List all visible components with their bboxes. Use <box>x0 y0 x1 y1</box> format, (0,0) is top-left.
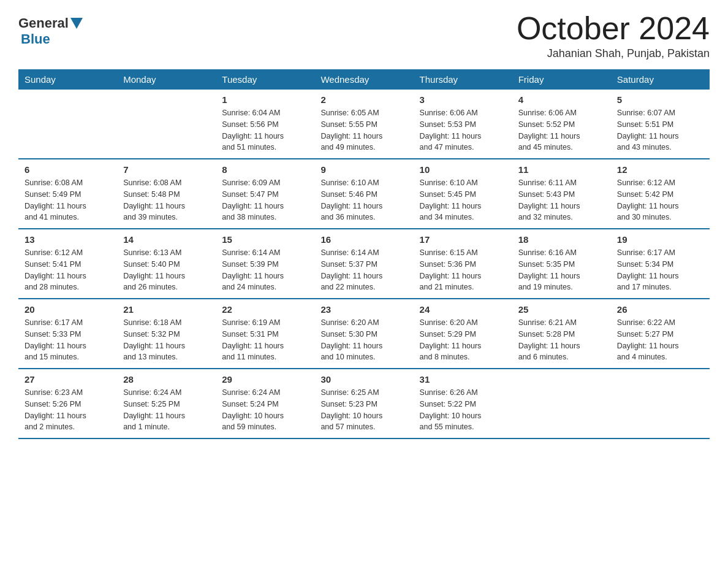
day-number: 22 <box>222 304 308 315</box>
day-info: Sunrise: 6:04 AMSunset: 5:56 PMDaylight:… <box>222 107 308 153</box>
day-number: 13 <box>25 234 111 245</box>
day-cell: 4Sunrise: 6:06 AMSunset: 5:52 PMDaylight… <box>512 90 611 159</box>
day-cell: 29Sunrise: 6:24 AMSunset: 5:24 PMDayligh… <box>216 369 314 439</box>
day-cell: 18Sunrise: 6:16 AMSunset: 5:35 PMDayligh… <box>512 229 611 299</box>
day-info: Sunrise: 6:26 AMSunset: 5:22 PMDaylight:… <box>420 387 506 433</box>
day-info: Sunrise: 6:24 AMSunset: 5:25 PMDaylight:… <box>123 387 210 433</box>
day-cell: 31Sunrise: 6:26 AMSunset: 5:22 PMDayligh… <box>414 369 512 439</box>
day-number: 31 <box>420 374 506 385</box>
day-info: Sunrise: 6:12 AMSunset: 5:42 PMDaylight:… <box>617 177 703 223</box>
day-cell: 9Sunrise: 6:10 AMSunset: 5:46 PMDaylight… <box>314 159 413 229</box>
day-cell <box>117 90 216 159</box>
day-number: 5 <box>617 94 703 105</box>
day-number: 17 <box>420 234 506 245</box>
day-info: Sunrise: 6:17 AMSunset: 5:33 PMDaylight:… <box>25 317 111 363</box>
day-info: Sunrise: 6:08 AMSunset: 5:48 PMDaylight:… <box>123 177 210 223</box>
week-row-1: 1Sunrise: 6:04 AMSunset: 5:56 PMDaylight… <box>18 90 710 159</box>
day-info: Sunrise: 6:10 AMSunset: 5:46 PMDaylight:… <box>320 177 407 223</box>
day-number: 28 <box>123 374 210 385</box>
calendar-header: SundayMondayTuesdayWednesdayThursdayFrid… <box>18 69 710 90</box>
day-number: 11 <box>518 164 605 175</box>
week-row-2: 6Sunrise: 6:08 AMSunset: 5:49 PMDaylight… <box>18 159 710 229</box>
day-number: 15 <box>222 234 308 245</box>
day-info: Sunrise: 6:24 AMSunset: 5:24 PMDaylight:… <box>222 387 308 433</box>
day-cell: 8Sunrise: 6:09 AMSunset: 5:47 PMDaylight… <box>216 159 314 229</box>
week-row-5: 27Sunrise: 6:23 AMSunset: 5:26 PMDayligh… <box>18 369 710 439</box>
week-row-4: 20Sunrise: 6:17 AMSunset: 5:33 PMDayligh… <box>18 299 710 369</box>
day-number: 24 <box>420 304 506 315</box>
day-number: 14 <box>123 234 210 245</box>
day-number: 1 <box>222 94 308 105</box>
weekday-header-thursday: Thursday <box>414 69 512 90</box>
day-info: Sunrise: 6:11 AMSunset: 5:43 PMDaylight:… <box>518 177 605 223</box>
day-info: Sunrise: 6:20 AMSunset: 5:29 PMDaylight:… <box>420 317 506 363</box>
logo: General Blue <box>18 12 83 47</box>
weekday-header-sunday: Sunday <box>18 69 117 90</box>
day-number: 2 <box>320 94 407 105</box>
day-number: 26 <box>617 304 703 315</box>
day-cell: 28Sunrise: 6:24 AMSunset: 5:25 PMDayligh… <box>117 369 216 439</box>
day-cell: 5Sunrise: 6:07 AMSunset: 5:51 PMDaylight… <box>611 90 710 159</box>
weekday-header-tuesday: Tuesday <box>216 69 314 90</box>
day-number: 29 <box>222 374 308 385</box>
day-cell: 25Sunrise: 6:21 AMSunset: 5:28 PMDayligh… <box>512 299 611 369</box>
day-cell <box>611 369 710 439</box>
day-cell: 3Sunrise: 6:06 AMSunset: 5:53 PMDaylight… <box>414 90 512 159</box>
day-info: Sunrise: 6:20 AMSunset: 5:30 PMDaylight:… <box>320 317 407 363</box>
day-cell: 19Sunrise: 6:17 AMSunset: 5:34 PMDayligh… <box>611 229 710 299</box>
day-cell: 23Sunrise: 6:20 AMSunset: 5:30 PMDayligh… <box>314 299 413 369</box>
weekday-header-wednesday: Wednesday <box>314 69 413 90</box>
day-cell: 20Sunrise: 6:17 AMSunset: 5:33 PMDayligh… <box>18 299 117 369</box>
day-info: Sunrise: 6:07 AMSunset: 5:51 PMDaylight:… <box>617 107 703 153</box>
weekday-header-friday: Friday <box>512 69 611 90</box>
day-cell: 7Sunrise: 6:08 AMSunset: 5:48 PMDaylight… <box>117 159 216 229</box>
day-cell: 15Sunrise: 6:14 AMSunset: 5:39 PMDayligh… <box>216 229 314 299</box>
day-info: Sunrise: 6:23 AMSunset: 5:26 PMDaylight:… <box>25 387 111 433</box>
day-info: Sunrise: 6:16 AMSunset: 5:35 PMDaylight:… <box>518 247 605 293</box>
day-cell: 2Sunrise: 6:05 AMSunset: 5:55 PMDaylight… <box>314 90 413 159</box>
day-info: Sunrise: 6:13 AMSunset: 5:40 PMDaylight:… <box>123 247 210 293</box>
day-info: Sunrise: 6:18 AMSunset: 5:32 PMDaylight:… <box>123 317 210 363</box>
day-info: Sunrise: 6:19 AMSunset: 5:31 PMDaylight:… <box>222 317 308 363</box>
day-info: Sunrise: 6:17 AMSunset: 5:34 PMDaylight:… <box>617 247 703 293</box>
week-row-3: 13Sunrise: 6:12 AMSunset: 5:41 PMDayligh… <box>18 229 710 299</box>
day-cell <box>18 90 117 159</box>
calendar-table: SundayMondayTuesdayWednesdayThursdayFrid… <box>18 69 710 439</box>
day-number: 21 <box>123 304 210 315</box>
day-info: Sunrise: 6:08 AMSunset: 5:49 PMDaylight:… <box>25 177 111 223</box>
day-number: 4 <box>518 94 605 105</box>
day-info: Sunrise: 6:05 AMSunset: 5:55 PMDaylight:… <box>320 107 407 153</box>
day-number: 20 <box>25 304 111 315</box>
day-number: 25 <box>518 304 605 315</box>
day-cell: 1Sunrise: 6:04 AMSunset: 5:56 PMDaylight… <box>216 90 314 159</box>
day-info: Sunrise: 6:12 AMSunset: 5:41 PMDaylight:… <box>25 247 111 293</box>
day-cell: 11Sunrise: 6:11 AMSunset: 5:43 PMDayligh… <box>512 159 611 229</box>
day-cell: 26Sunrise: 6:22 AMSunset: 5:27 PMDayligh… <box>611 299 710 369</box>
day-cell: 21Sunrise: 6:18 AMSunset: 5:32 PMDayligh… <box>117 299 216 369</box>
day-number: 30 <box>320 374 407 385</box>
day-cell: 27Sunrise: 6:23 AMSunset: 5:26 PMDayligh… <box>18 369 117 439</box>
day-number: 10 <box>420 164 506 175</box>
calendar-body: 1Sunrise: 6:04 AMSunset: 5:56 PMDaylight… <box>18 90 710 439</box>
day-info: Sunrise: 6:21 AMSunset: 5:28 PMDaylight:… <box>518 317 605 363</box>
month-title: October 2024 <box>517 12 710 44</box>
day-number: 16 <box>320 234 407 245</box>
day-cell: 6Sunrise: 6:08 AMSunset: 5:49 PMDaylight… <box>18 159 117 229</box>
logo-general: General <box>18 15 69 31</box>
day-cell: 14Sunrise: 6:13 AMSunset: 5:40 PMDayligh… <box>117 229 216 299</box>
day-info: Sunrise: 6:15 AMSunset: 5:36 PMDaylight:… <box>420 247 506 293</box>
day-number: 6 <box>25 164 111 175</box>
day-number: 9 <box>320 164 407 175</box>
day-info: Sunrise: 6:14 AMSunset: 5:37 PMDaylight:… <box>320 247 407 293</box>
title-block: October 2024 Jahanian Shah, Punjab, Paki… <box>517 12 710 60</box>
weekday-header-monday: Monday <box>117 69 216 90</box>
day-info: Sunrise: 6:22 AMSunset: 5:27 PMDaylight:… <box>617 317 703 363</box>
day-info: Sunrise: 6:09 AMSunset: 5:47 PMDaylight:… <box>222 177 308 223</box>
day-number: 8 <box>222 164 308 175</box>
location: Jahanian Shah, Punjab, Pakistan <box>517 47 710 60</box>
weekday-header-saturday: Saturday <box>611 69 710 90</box>
day-number: 7 <box>123 164 210 175</box>
day-number: 3 <box>420 94 506 105</box>
day-info: Sunrise: 6:06 AMSunset: 5:52 PMDaylight:… <box>518 107 605 153</box>
day-cell: 10Sunrise: 6:10 AMSunset: 5:45 PMDayligh… <box>414 159 512 229</box>
